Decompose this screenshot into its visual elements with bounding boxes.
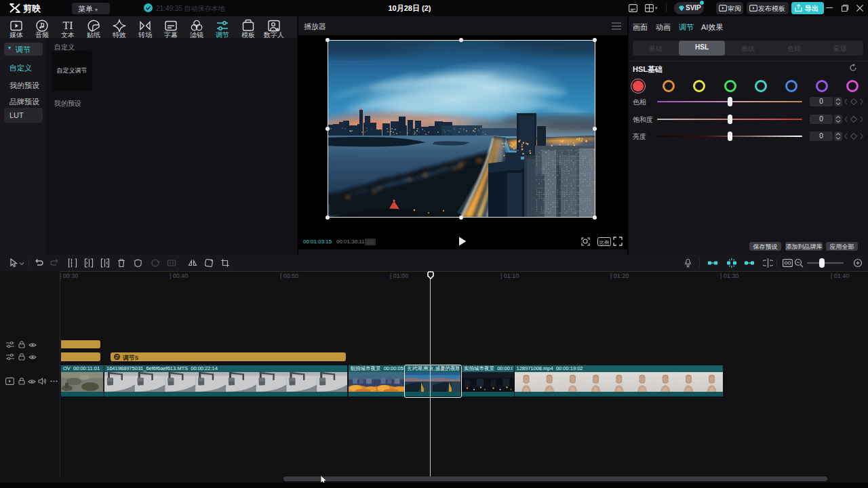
svg-text:TI: TI	[62, 20, 73, 31]
svg-text:比例: 比例	[599, 240, 609, 245]
